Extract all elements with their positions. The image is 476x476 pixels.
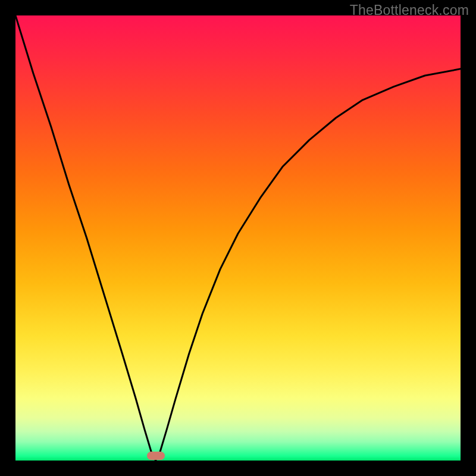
plot-area <box>15 15 461 461</box>
watermark-text: TheBottleneck.com <box>350 2 469 18</box>
chart-stage: TheBottleneck.com <box>0 0 476 476</box>
bottleneck-curve <box>15 15 461 461</box>
minimum-marker <box>147 452 165 460</box>
